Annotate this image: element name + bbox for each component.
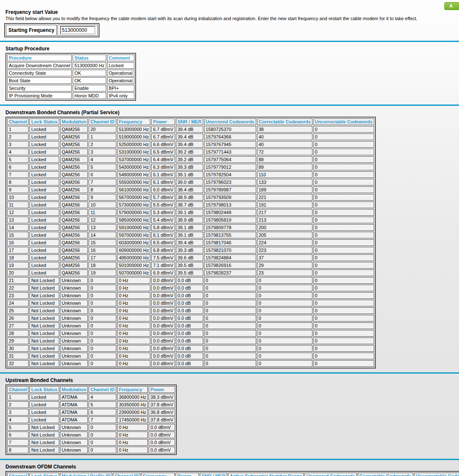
cell: 0.0 dBmV: [151, 322, 175, 329]
starting-frequency-table: Starting Frequency: [4, 23, 100, 37]
cell: 39.4 dB: [176, 133, 203, 140]
table-row: 9LockedQAM2568561000000 Hz6.0 dBmV38.4 d…: [7, 186, 374, 193]
cell: 6: [89, 409, 116, 416]
apply-button[interactable]: A: [444, 2, 459, 10]
cell: Unknown: [60, 277, 88, 284]
cell: 221: [257, 194, 312, 201]
cell: 13: [89, 224, 116, 231]
cell: 1579798013: [204, 201, 256, 208]
cell: 38.9 dB: [176, 194, 203, 201]
cell: Boot State: [7, 77, 72, 84]
cell: 0: [257, 337, 312, 344]
column-header: Correctable Codewords: [257, 118, 312, 125]
cell: Unknown: [60, 447, 88, 453]
cell: 20: [7, 269, 29, 276]
data-table: ChannelLock StatusModulationChannel IDFr…: [5, 117, 376, 369]
cell: 597000000 Hz: [117, 232, 151, 238]
cell: 1579786023: [204, 179, 256, 186]
cell: 7.1 dBmV: [151, 262, 175, 269]
cell: 6.1 dBmV: [151, 171, 175, 178]
cell: 38.4 dB: [176, 186, 203, 193]
cell: 40: [257, 141, 312, 148]
starting-frequency-input[interactable]: [60, 26, 95, 34]
cell: 1579821070: [204, 247, 256, 254]
cell: 4: [89, 394, 116, 400]
cell: 7: [7, 439, 29, 446]
table-row: 22Not LockedUnknown00 Hz0.0 dBmV0.0 dB00…: [7, 285, 374, 291]
cell: 549000000 Hz: [117, 171, 151, 178]
cell: Locked: [29, 232, 59, 238]
cell: 36800000 Hz: [117, 394, 148, 400]
cell: 0.0 dBmV: [151, 360, 175, 367]
table-row: 32Not LockedUnknown00 Hz0.0 dBmV0.0 dB00…: [7, 360, 374, 367]
table-row: 23Not LockedUnknown00 Hz0.0 dBmV0.0 dB00…: [7, 292, 374, 299]
column-header: Power: [149, 386, 175, 393]
cell: Not Locked: [29, 277, 59, 284]
cell: 555000000 Hz: [117, 179, 151, 186]
cell: 0: [313, 209, 374, 216]
cell: Unknown: [60, 307, 88, 314]
downstream-ofdm-table: ChannelLock StatusModulation / Profile I…: [5, 471, 459, 476]
cell: 0.0 dB: [176, 285, 203, 291]
cell: 5.8 dBmV: [151, 224, 175, 231]
cell: Unknown: [60, 300, 88, 306]
data-table: ChannelLock StatusModulationChannel IDFr…: [5, 384, 177, 455]
cell: Locked: [29, 409, 59, 416]
cell: 0: [313, 156, 374, 163]
cell: 1579767945: [204, 141, 256, 148]
cell: 36.8 dBmV: [149, 409, 175, 416]
cell: 1579779012: [204, 164, 256, 170]
cell: 38: [257, 126, 312, 133]
column-header: Frequency: [141, 473, 175, 476]
cell: 0.0 dBmV: [151, 277, 175, 284]
cell: 6.7 dBmV: [151, 133, 175, 140]
cell: 7: [89, 416, 116, 423]
cell: 0: [204, 307, 256, 314]
cell: QAM256: [60, 254, 88, 261]
cell: Locked: [29, 186, 59, 193]
cell: QAM256: [60, 171, 88, 178]
cell: 223: [257, 247, 312, 254]
cell: 0.0 dBmV: [151, 300, 175, 306]
table-row: 5LockedQAM2564537000000 Hz6.4 dBmV39.2 d…: [7, 156, 374, 163]
cell: 0: [204, 322, 256, 329]
column-header: Modulation / Profile ID: [60, 473, 112, 476]
cell: Not Locked: [29, 424, 59, 431]
cell: 591000000 Hz: [117, 224, 151, 231]
column-header: Channel ID: [89, 386, 116, 393]
cell: 88: [257, 156, 312, 163]
cell: 0: [89, 447, 116, 453]
table-row: 3LockedQAM2562525000000 Hz6.6 dBmV39.4 d…: [7, 141, 374, 148]
cell: 0: [89, 432, 116, 438]
cell: 531000000 Hz: [117, 149, 151, 155]
cell: 0: [313, 179, 374, 186]
column-header: Status: [73, 55, 106, 61]
cell: 0: [313, 262, 374, 269]
cell: Unknown: [60, 360, 88, 367]
cell: IPv4 only: [107, 92, 134, 99]
cell: Not Locked: [29, 345, 59, 352]
column-header: Frequency: [117, 386, 148, 393]
cell: 0 Hz: [117, 292, 151, 299]
cell: 8: [89, 186, 116, 193]
cell: Locked: [29, 217, 59, 223]
cell: 0.0 dB: [176, 337, 203, 344]
data-table: ChannelLock StatusModulation / Profile I…: [5, 471, 459, 476]
cell: 0: [89, 330, 116, 337]
column-header: Comment: [107, 55, 134, 61]
table-row: 15LockedQAM25614597000000 Hz6.1 dBmV39.1…: [7, 232, 374, 238]
cell: ATDMA: [60, 409, 88, 416]
cell: 1580725370: [204, 126, 256, 133]
cell: 1579813755: [204, 232, 256, 238]
cell: 6.7 dBmV: [151, 126, 175, 133]
cell: 2: [7, 133, 29, 140]
cell: 6.5 dBmV: [151, 149, 175, 155]
table-row: 10LockedQAM2569567000000 Hz5.7 dBmV38.9 …: [7, 194, 374, 201]
cell: 495000000 Hz: [117, 254, 151, 261]
cell: ATDMA: [60, 394, 88, 400]
cell: 24: [7, 300, 29, 306]
cell: 14: [89, 232, 116, 238]
cell: 0: [89, 353, 116, 359]
cell: 39.1 dB: [176, 224, 203, 231]
frequency-start-description: This field below allows you to modify th…: [5, 16, 459, 21]
